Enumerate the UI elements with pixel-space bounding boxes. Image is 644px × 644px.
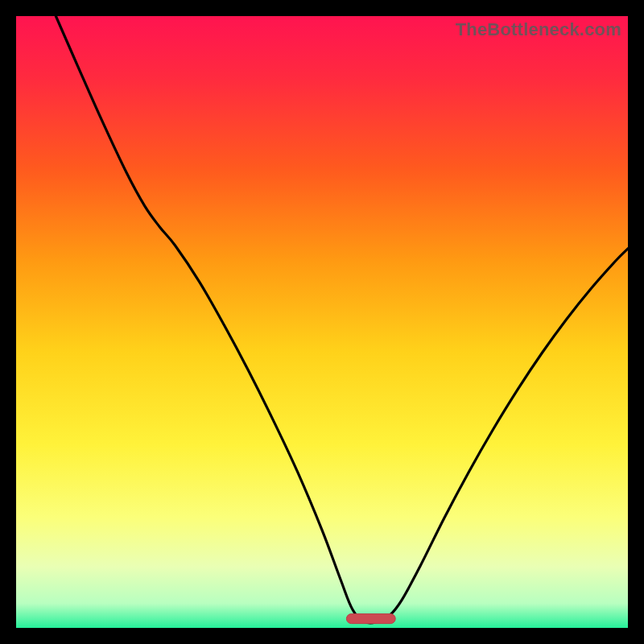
gradient-background xyxy=(16,16,628,628)
chart-svg xyxy=(16,16,628,628)
watermark-text: TheBottleneck.com xyxy=(456,19,621,40)
chart-frame: TheBottleneck.com xyxy=(16,16,628,628)
optimum-marker xyxy=(346,614,395,624)
plot-area xyxy=(16,16,628,628)
